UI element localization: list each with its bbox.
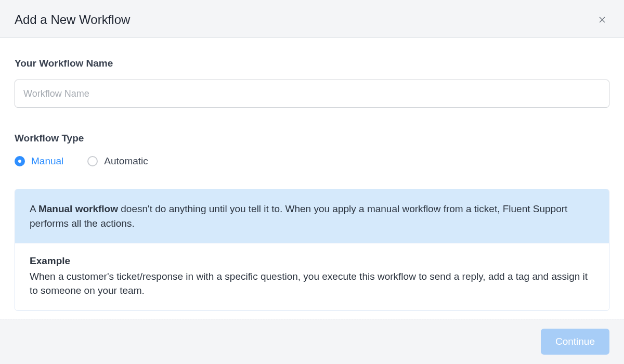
workflow-name-input[interactable]: [15, 80, 609, 108]
radio-manual-label: Manual: [31, 155, 63, 167]
info-example-body: When a customer's ticket/response in wit…: [30, 269, 594, 298]
close-icon: [598, 16, 606, 24]
radio-automatic[interactable]: Automatic: [87, 155, 148, 167]
workflow-type-radiogroup: Manual Automatic: [15, 155, 609, 167]
radio-automatic-label: Automatic: [104, 155, 148, 167]
workflow-name-label: Your Workflow Name: [15, 58, 609, 69]
radio-dot-icon: [87, 156, 98, 166]
workflow-type-info: A Manual workflow doesn't do anything un…: [15, 189, 609, 311]
info-description: A Manual workflow doesn't do anything un…: [15, 189, 609, 243]
add-workflow-modal: Add a New Workflow Your Workflow Name Wo…: [0, 0, 624, 364]
modal-body: Your Workflow Name Workflow Type Manual …: [0, 38, 624, 319]
continue-button[interactable]: Continue: [541, 329, 609, 355]
radio-dot-icon: [15, 156, 25, 166]
close-button[interactable]: [595, 12, 609, 27]
info-example: Example When a customer's ticket/respons…: [15, 243, 609, 310]
workflow-type-label: Workflow Type: [15, 133, 609, 144]
radio-manual[interactable]: Manual: [15, 155, 63, 167]
modal-header: Add a New Workflow: [0, 0, 624, 38]
info-desc-bold: Manual workflow: [38, 203, 118, 214]
info-example-title: Example: [30, 254, 594, 268]
modal-footer: Continue: [0, 319, 624, 364]
modal-title: Add a New Workflow: [15, 12, 130, 27]
info-desc-prefix: A: [30, 203, 38, 214]
